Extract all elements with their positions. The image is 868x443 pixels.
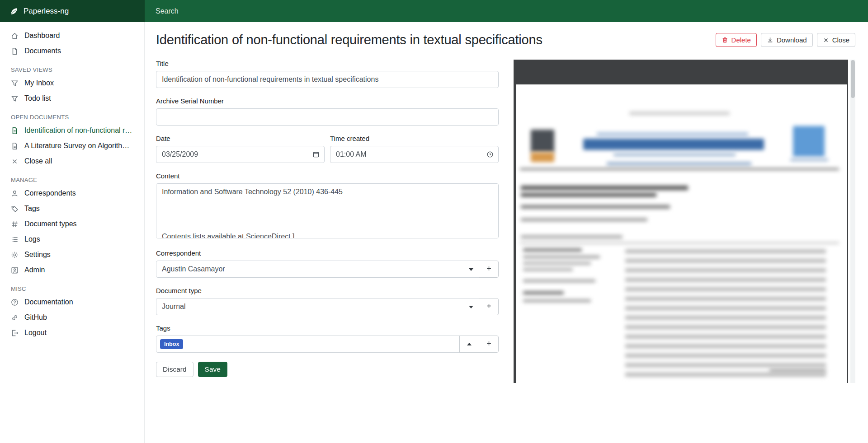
discard-button-label: Discard — [163, 365, 187, 374]
save-button[interactable]: Save — [198, 362, 227, 377]
field-date: Date — [156, 135, 325, 163]
correspondent-select[interactable]: Agustin Casamayor — [156, 261, 479, 278]
blur-block — [625, 249, 826, 380]
tags-input[interactable]: Inbox — [156, 336, 460, 353]
save-button-label: Save — [205, 365, 221, 374]
time-label: Time created — [330, 135, 499, 142]
form-actions: Discard Save — [156, 362, 499, 377]
caret-down-icon — [469, 268, 473, 271]
person-square-icon — [11, 266, 19, 274]
preview-scrollbar[interactable] — [850, 60, 855, 383]
sidebar-section-open-documents: OPEN DOCUMENTS — [0, 106, 144, 123]
blur-block — [521, 193, 656, 197]
blur-block — [790, 159, 828, 161]
date-input[interactable] — [156, 146, 325, 163]
blur-block — [521, 205, 670, 209]
sidebar-item-close-all[interactable]: Close all — [0, 154, 144, 169]
blur-block — [523, 256, 600, 258]
document-type-select[interactable]: Journal — [156, 298, 479, 315]
time-input[interactable] — [330, 146, 499, 163]
top-navbar: Paperless-ng — [0, 0, 868, 22]
sidebar-item-settings[interactable]: Settings — [0, 247, 144, 262]
search-bar — [145, 0, 868, 22]
sidebar-section-saved-views: SAVED VIEWS — [0, 59, 144, 75]
title-input[interactable] — [156, 71, 499, 88]
sidebar-item-open-doc-1[interactable]: Identification of non-functional require… — [0, 123, 144, 138]
blur-block — [523, 291, 564, 294]
document-type-selected-value: Journal — [162, 303, 185, 311]
app-root: Paperless-ng Dashboard Documents SAVED V… — [0, 0, 868, 443]
asn-input[interactable] — [156, 108, 499, 126]
delete-button[interactable]: Delete — [716, 33, 757, 47]
download-button[interactable]: Download — [761, 33, 813, 47]
field-time: Time created — [330, 135, 499, 163]
brand-name: Paperless-ng — [24, 7, 69, 16]
caret-up-icon — [467, 343, 472, 345]
add-document-type-button[interactable] — [479, 298, 499, 315]
list-icon — [11, 236, 19, 243]
download-button-label: Download — [777, 36, 807, 45]
search-input[interactable] — [156, 7, 857, 15]
sidebar-item-todo-list[interactable]: Todo list — [0, 91, 144, 106]
close-button[interactable]: Close — [817, 33, 855, 47]
sidebar-item-open-doc-2[interactable]: A Literature Survey on Algorithms for Mu… — [0, 138, 144, 154]
blur-block — [583, 139, 764, 150]
preview-scrollbar-thumb[interactable] — [851, 60, 855, 98]
blur-block — [520, 168, 839, 170]
discard-button[interactable]: Discard — [156, 362, 193, 377]
hash-icon — [11, 220, 19, 228]
document-type-label: Document type — [156, 287, 499, 294]
blur-block — [523, 280, 595, 282]
sidebar-item-document-types[interactable]: Document types — [0, 216, 144, 232]
person-icon — [11, 190, 19, 197]
caret-down-icon — [469, 306, 473, 308]
sidebar: Dashboard Documents SAVED VIEWS My Inbox… — [0, 22, 145, 443]
tags-label: Tags — [156, 324, 499, 332]
funnel-icon — [11, 79, 19, 87]
document-preview[interactable] — [514, 60, 848, 383]
brand[interactable]: Paperless-ng — [0, 0, 145, 22]
sidebar-section-misc: MISC — [0, 278, 144, 294]
trash-icon — [722, 37, 728, 43]
download-icon — [767, 37, 774, 43]
sidebar-nav: Dashboard Documents SAVED VIEWS My Inbox… — [0, 28, 144, 340]
sidebar-item-correspondents[interactable]: Correspondents — [0, 186, 144, 201]
asn-label: Archive Serial Number — [156, 97, 499, 105]
sidebar-item-my-inbox[interactable]: My Inbox — [0, 75, 144, 91]
tag-badge-inbox[interactable]: Inbox — [160, 339, 183, 349]
sidebar-item-logs[interactable]: Logs — [0, 232, 144, 247]
sidebar-item-dashboard[interactable]: Dashboard — [0, 28, 144, 43]
blur-block — [521, 218, 647, 221]
field-date-time-row: Date Time created — [156, 135, 499, 163]
content-textarea[interactable]: Information and Software Technology 52 (… — [156, 183, 499, 238]
document-edit-form: Title Archive Serial Number Date — [156, 60, 499, 377]
blur-block — [613, 153, 736, 156]
correspondent-label: Correspondent — [156, 249, 499, 257]
blur-block — [531, 130, 554, 152]
blur-block — [521, 235, 623, 238]
blur-block — [523, 268, 573, 271]
sidebar-item-documents[interactable]: Documents — [0, 43, 144, 59]
pdf-page — [516, 84, 847, 383]
documents-icon — [11, 47, 19, 55]
field-title: Title — [156, 60, 499, 88]
sidebar-item-admin[interactable]: Admin — [0, 262, 144, 278]
close-icon — [11, 158, 19, 165]
add-tag-button[interactable] — [479, 336, 499, 353]
blur-block — [793, 126, 825, 157]
dashboard-icon — [11, 32, 19, 40]
blur-block — [531, 152, 554, 162]
collapse-tags-button[interactable] — [459, 336, 479, 353]
page-title: Identification of non-functional require… — [156, 33, 542, 47]
file-text-icon — [11, 142, 19, 150]
sidebar-item-tags[interactable]: Tags — [0, 201, 144, 216]
correspondent-selected-value: Agustin Casamayor — [162, 265, 225, 273]
blur-block — [597, 132, 748, 136]
close-icon — [823, 37, 829, 43]
header-actions: Delete Download Close — [716, 33, 855, 47]
add-correspondent-button[interactable] — [479, 261, 499, 278]
sidebar-item-github[interactable]: GitHub — [0, 310, 144, 325]
plus-icon — [486, 265, 492, 273]
sidebar-item-logout[interactable]: Logout — [0, 325, 144, 340]
sidebar-item-documentation[interactable]: Documentation — [0, 294, 144, 310]
